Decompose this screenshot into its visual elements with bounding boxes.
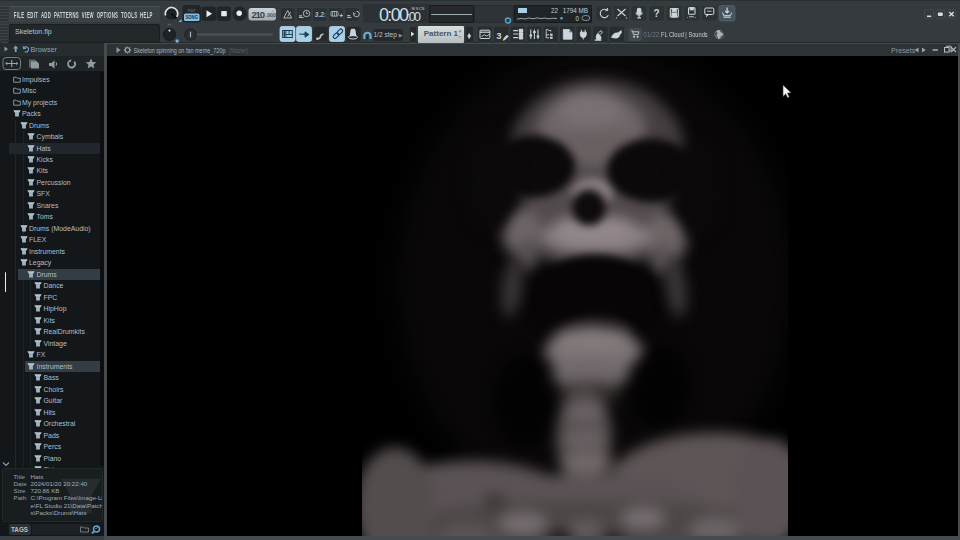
svg-text:?: ? bbox=[654, 8, 660, 19]
svg-text:.000: .000 bbox=[266, 12, 276, 18]
svg-text:SONG: SONG bbox=[185, 14, 198, 20]
svg-text:3: 3 bbox=[496, 30, 501, 41]
svg-text:PAT: PAT bbox=[188, 8, 196, 13]
svg-text:(Master): (Master) bbox=[229, 47, 248, 55]
svg-text:210: 210 bbox=[252, 9, 266, 20]
svg-text:Presets: Presets bbox=[891, 46, 916, 55]
svg-text:Browser: Browser bbox=[31, 45, 58, 54]
svg-text:Skeleton spinning on fan meme_: Skeleton spinning on fan meme_720p bbox=[134, 47, 226, 55]
